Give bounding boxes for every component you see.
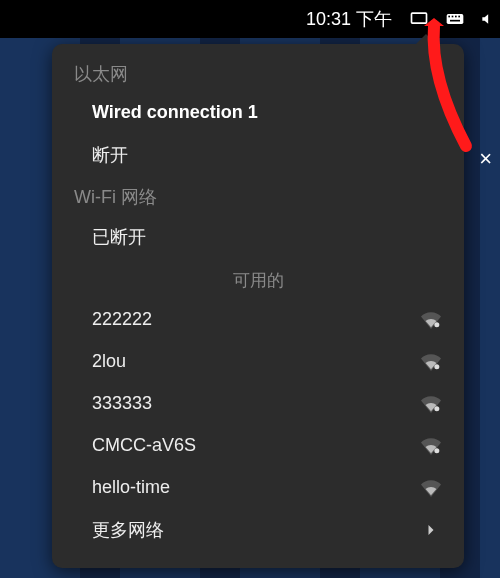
svg-point-8 bbox=[434, 364, 439, 369]
network-tray-icon[interactable] bbox=[408, 8, 430, 30]
chevron-right-icon bbox=[420, 519, 442, 541]
wifi-ssid: hello-time bbox=[92, 477, 420, 498]
wifi-ssid: 222222 bbox=[92, 309, 420, 330]
wifi-section-header: Wi-Fi 网络 bbox=[52, 177, 464, 215]
ethernet-section-header: 以太网 bbox=[52, 54, 464, 92]
network-menu: 以太网 Wired connection 1 断开 Wi-Fi 网络 已断开 可… bbox=[52, 44, 464, 568]
wifi-signal-locked-icon bbox=[420, 308, 442, 330]
wifi-network-item[interactable]: hello-time bbox=[52, 466, 464, 508]
more-networks-label: 更多网络 bbox=[92, 518, 420, 542]
svg-point-9 bbox=[434, 406, 439, 411]
disconnect-label: 断开 bbox=[92, 143, 442, 167]
speaker-tray-icon[interactable] bbox=[480, 8, 494, 30]
wifi-network-item[interactable]: 222222 bbox=[52, 298, 464, 340]
svg-rect-5 bbox=[458, 16, 460, 18]
svg-rect-4 bbox=[455, 16, 457, 18]
wifi-network-item[interactable]: 333333 bbox=[52, 382, 464, 424]
wifi-disconnected-label: 已断开 bbox=[92, 225, 442, 249]
wifi-ssid: CMCC-aV6S bbox=[92, 435, 420, 456]
wifi-network-item[interactable]: CMCC-aV6S bbox=[52, 424, 464, 466]
svg-rect-3 bbox=[452, 16, 454, 18]
keyboard-tray-icon[interactable] bbox=[444, 8, 466, 30]
disconnect-item[interactable]: 断开 bbox=[52, 133, 464, 177]
more-networks-item[interactable]: 更多网络 bbox=[52, 508, 464, 552]
wifi-signal-icon bbox=[420, 476, 442, 498]
wifi-signal-locked-icon bbox=[420, 350, 442, 372]
close-icon[interactable]: × bbox=[479, 146, 492, 172]
wifi-ssid: 333333 bbox=[92, 393, 420, 414]
svg-point-10 bbox=[434, 448, 439, 453]
wifi-signal-locked-icon bbox=[420, 392, 442, 414]
top-bar: 10:31 下午 bbox=[0, 0, 500, 38]
wifi-signal-locked-icon bbox=[420, 434, 442, 456]
wifi-network-item[interactable]: 2lou bbox=[52, 340, 464, 382]
svg-rect-2 bbox=[448, 16, 450, 18]
svg-point-7 bbox=[434, 322, 439, 327]
svg-rect-0 bbox=[412, 13, 427, 23]
wired-connection-label: Wired connection 1 bbox=[92, 102, 442, 123]
clock: 10:31 下午 bbox=[306, 7, 392, 31]
svg-rect-6 bbox=[450, 20, 460, 22]
wifi-disconnected-item[interactable]: 已断开 bbox=[52, 215, 464, 259]
svg-rect-1 bbox=[447, 14, 464, 24]
wired-connection-item[interactable]: Wired connection 1 bbox=[52, 92, 464, 133]
wifi-ssid: 2lou bbox=[92, 351, 420, 372]
available-header: 可用的 bbox=[52, 259, 464, 298]
